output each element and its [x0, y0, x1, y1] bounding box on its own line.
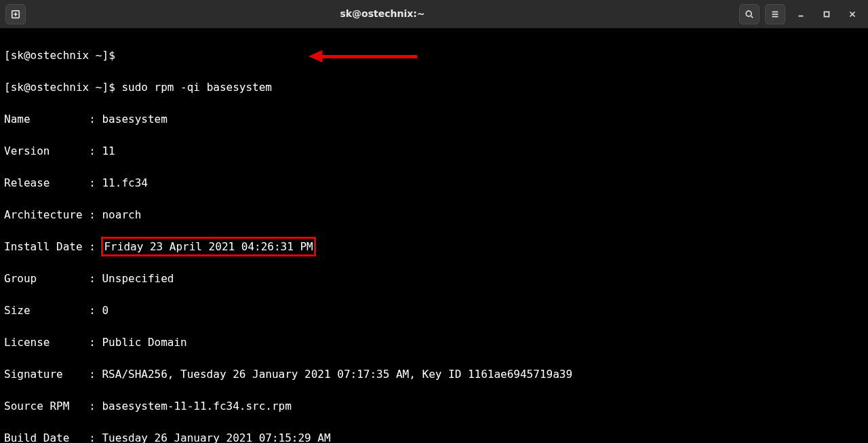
svg-line-4 [751, 16, 753, 18]
output-row-install-date: Install Date: Friday 23 April 2021 04:26… [4, 239, 864, 255]
prompt-line: [sk@ostechnix ~]$ sudo rpm -qi basesyste… [4, 79, 864, 96]
field-key: Size [4, 303, 89, 319]
output-row-group: Group: Unspecified [4, 271, 864, 287]
output-row-signature: Signature: RSA/SHA256, Tuesday 26 Januar… [4, 366, 864, 383]
field-value: basesystem-11-11.fc34.src.rpm [102, 400, 291, 412]
field-key: Signature [4, 366, 89, 383]
field-value: basesystem [102, 113, 167, 126]
command-text: sudo rpm -qi basesystem [115, 81, 272, 94]
command-empty [115, 49, 122, 62]
field-key: Release [4, 175, 89, 191]
maximize-button[interactable] [816, 4, 837, 24]
output-row-source-rpm: Source RPM: basesystem-11-11.fc34.src.rp… [4, 398, 864, 415]
field-value: Public Domain [102, 336, 186, 349]
field-key: Install Date [4, 239, 89, 255]
prompt: [sk@ostechnix ~]$ [4, 81, 115, 94]
field-value: 0 [102, 304, 108, 317]
field-value: Tuesday 26 January 2021 07:15:29 AM [102, 431, 330, 444]
field-key: Source RPM [4, 398, 89, 415]
close-window-button[interactable] [842, 4, 863, 24]
output-row-release: Release: 11.fc34 [4, 175, 864, 191]
field-value: Friday 23 April 2021 04:26:31 PM [104, 240, 313, 253]
field-key: Version [4, 143, 89, 159]
svg-rect-9 [825, 12, 829, 16]
field-value: RSA/SHA256, Tuesday 26 January 2021 07:1… [102, 368, 572, 381]
field-key: License [4, 334, 89, 351]
field-value: 11 [102, 145, 115, 157]
output-row-size: Size: 0 [4, 303, 864, 319]
output-row-version: Version: 11 [4, 143, 864, 159]
terminal-area[interactable]: [sk@ostechnix ~]$ [sk@ostechnix ~]$ sudo… [0, 28, 868, 443]
close-icon [848, 9, 857, 19]
field-value: Unspecified [102, 272, 174, 285]
output-row-architecture: Architecture: noarch [4, 207, 864, 223]
highlight-install-date: Friday 23 April 2021 04:26:31 PM [101, 237, 315, 257]
field-key: Architecture [4, 207, 89, 223]
hamburger-menu-button[interactable] [765, 4, 785, 24]
prompt-line: [sk@ostechnix ~]$ [4, 47, 864, 64]
window-title: sk@ostechnix:~ [31, 6, 734, 22]
field-value: 11.fc34 [102, 176, 147, 189]
field-key: Group [4, 271, 89, 287]
new-tab-button[interactable] [5, 4, 26, 24]
minimize-icon [796, 9, 806, 19]
prompt: [sk@ostechnix ~]$ [4, 49, 115, 62]
window-titlebar: sk@ostechnix:~ [0, 0, 868, 28]
search-icon [745, 9, 754, 19]
field-value: noarch [102, 208, 141, 221]
field-key: Build Date [4, 430, 89, 444]
output-row-build-date: Build Date: Tuesday 26 January 2021 07:1… [4, 430, 864, 444]
field-key: Name [4, 111, 89, 128]
minimize-button[interactable] [791, 4, 811, 24]
new-tab-icon [11, 9, 20, 19]
output-row-license: License: Public Domain [4, 334, 864, 351]
search-button[interactable] [739, 4, 760, 24]
svg-point-3 [746, 11, 751, 16]
hamburger-icon [770, 9, 780, 19]
maximize-icon [822, 9, 831, 19]
output-row-name: Name: basesystem [4, 111, 864, 128]
